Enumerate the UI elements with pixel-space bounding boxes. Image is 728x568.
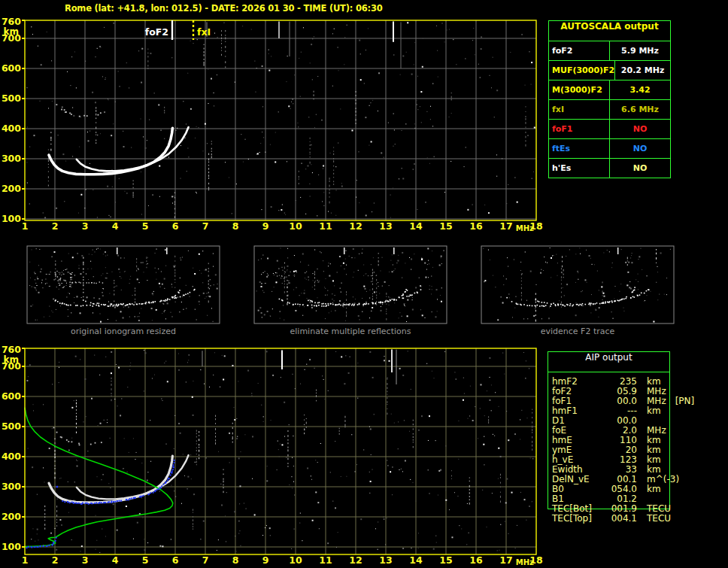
- svg-text:300: 300: [2, 481, 21, 492]
- thumbnail-caption-original: original ionogram resized: [27, 327, 220, 336]
- aip-table-header: AIP output: [548, 352, 669, 372]
- parameter-label: TEC[Top]: [548, 514, 610, 524]
- thumbnail-plot-3: [481, 246, 674, 323]
- aip-row-tec-top-: TEC[Top]004.1TECU: [548, 514, 669, 524]
- svg-text:300: 300: [2, 153, 21, 164]
- parameter-value: NO: [610, 159, 670, 178]
- svg-text:3: 3: [82, 220, 89, 232]
- parameter-unit: TECU: [647, 514, 671, 524]
- aip-row-hmf1: hmF1---km: [548, 406, 669, 416]
- svg-text:15: 15: [439, 220, 452, 232]
- svg-text:9: 9: [262, 220, 269, 232]
- parameter-unit: km: [647, 484, 661, 494]
- parameter-flag: [PN]: [675, 396, 695, 406]
- svg-text:8: 8: [232, 220, 239, 232]
- svg-text:1: 1: [22, 220, 29, 232]
- svg-text:14: 14: [409, 220, 423, 232]
- page-title: Rome (lat: +41.8, lon: 012.5) - DATE: 20…: [65, 3, 383, 14]
- thumbnail-caption-eliminate: eliminate multiple reflections: [254, 327, 447, 336]
- marker-label-fxI: fxI: [197, 26, 211, 38]
- parameter-label: h'Es: [549, 159, 610, 178]
- svg-text:10: 10: [289, 554, 302, 566]
- svg-text:13: 13: [379, 220, 392, 232]
- marker-label-foF2: foF2: [145, 26, 168, 38]
- svg-text:7: 7: [202, 220, 209, 232]
- svg-text:200: 200: [2, 511, 21, 522]
- svg-text:11: 11: [319, 220, 332, 232]
- parameter-value: 5.9 MHz: [610, 41, 670, 60]
- autoscala-row-h-es: h'EsNO: [549, 159, 670, 178]
- svg-text:7: 7: [202, 554, 209, 566]
- svg-text:500: 500: [2, 421, 21, 432]
- autoscala-row-muf-3000-f2: MUF(3000)F220.2 MHz: [549, 61, 670, 80]
- parameter-value: NO: [610, 139, 670, 158]
- svg-text:760: 760: [2, 16, 21, 27]
- svg-text:500: 500: [2, 93, 21, 104]
- parameter-label: foF2: [549, 41, 610, 60]
- thumbnail-plot-1: [27, 246, 220, 323]
- svg-text:14: 14: [409, 554, 423, 566]
- autoscala-table-rows: foF25.9 MHzMUF(3000)F220.2 MHzM(3000)F23…: [549, 41, 670, 178]
- svg-text:600: 600: [2, 390, 21, 402]
- svg-text:11: 11: [319, 554, 332, 566]
- parameter-label: MUF(3000)F2: [549, 61, 615, 80]
- svg-text:8: 8: [232, 554, 239, 566]
- svg-text:17: 17: [499, 554, 512, 566]
- svg-text:17: 17: [499, 220, 512, 232]
- svg-text:400: 400: [2, 123, 21, 134]
- thumbnail-caption-evidence: evidence F2 trace: [481, 327, 674, 336]
- svg-text:3: 3: [82, 554, 89, 566]
- thumbnail-plot-2: [254, 246, 447, 323]
- bottom-ionogram-plot: 123456789101112131415161718MHz7607006005…: [2, 344, 543, 566]
- aip-row-b0: B0054.0km: [548, 484, 669, 494]
- svg-text:13: 13: [379, 554, 392, 566]
- svg-text:4: 4: [112, 220, 119, 232]
- parameter-value: 3.42: [610, 80, 670, 99]
- svg-text:1: 1: [22, 554, 29, 566]
- svg-text:100: 100: [2, 541, 21, 552]
- top-ionogram-plot: foF2fxI123456789101112131415161718MHz760…: [2, 16, 543, 232]
- autoscala-row-fof2: foF25.9 MHz: [549, 41, 670, 61]
- svg-text:15: 15: [439, 554, 452, 566]
- svg-text:2: 2: [52, 554, 59, 566]
- parameter-value: 20.2 MHz: [615, 61, 670, 80]
- autoscala-table-header: AUTOSCALA output: [549, 21, 670, 41]
- autoscala-row-ftes: ftEsNO: [549, 139, 670, 159]
- svg-text:km: km: [4, 26, 19, 37]
- parameter-value: 004.1: [610, 514, 637, 524]
- svg-text:5: 5: [142, 554, 149, 566]
- autoscala-row-fxi: fxI6.6 MHz: [549, 100, 670, 120]
- svg-text:12: 12: [349, 554, 362, 566]
- aip-table-rows: hmF2235kmfoF205.9MHzfoF100.0MHz[PN]hmF1-…: [548, 372, 669, 524]
- svg-text:MHz: MHz: [516, 224, 534, 232]
- svg-text:10: 10: [289, 220, 302, 232]
- svg-text:6: 6: [172, 220, 179, 232]
- parameter-label: foF1: [549, 120, 610, 138]
- svg-text:760: 760: [2, 344, 21, 355]
- svg-text:16: 16: [469, 220, 483, 232]
- parameter-value: NO: [610, 120, 670, 138]
- parameter-label: ftEs: [549, 139, 610, 158]
- aip-output-table: AIP output hmF2235kmfoF205.9MHzfoF100.0M…: [548, 351, 670, 509]
- svg-text:12: 12: [349, 220, 362, 232]
- autoscala-row-m-3000-f2: M(3000)F23.42: [549, 80, 670, 100]
- parameter-unit: km: [647, 406, 661, 416]
- svg-text:200: 200: [2, 183, 21, 194]
- parameter-label: M(3000)F2: [549, 80, 610, 99]
- autoscala-screen: foF2fxI123456789101112131415161718MHz760…: [0, 0, 728, 568]
- svg-text:100: 100: [2, 213, 21, 224]
- svg-text:4: 4: [112, 554, 119, 566]
- parameter-label: fxI: [549, 100, 610, 119]
- svg-text:2: 2: [52, 220, 59, 232]
- svg-text:9: 9: [262, 554, 269, 566]
- autoscala-row-fof1: foF1NO: [549, 120, 670, 139]
- svg-text:600: 600: [2, 62, 21, 74]
- svg-text:400: 400: [2, 451, 21, 462]
- svg-text:5: 5: [142, 220, 149, 232]
- svg-text:MHz: MHz: [516, 558, 534, 566]
- autoscala-output-table: AUTOSCALA output foF25.9 MHzMUF(3000)F22…: [548, 20, 671, 178]
- parameter-value: 6.6 MHz: [610, 100, 670, 119]
- svg-text:km: km: [4, 354, 19, 365]
- svg-text:6: 6: [172, 554, 179, 566]
- svg-text:16: 16: [469, 554, 483, 566]
